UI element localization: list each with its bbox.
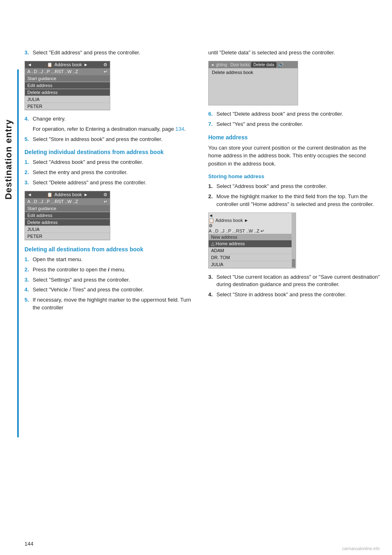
ui2-settings-icon: ⚙ — [103, 192, 107, 197]
s1-step-3-text: Select "Delete address" and press the co… — [33, 179, 147, 187]
section-4-heading: Storing home address — [208, 173, 380, 179]
ui2-item-3: Delete address — [25, 219, 110, 226]
s2-step-3: 3. Select "Settings" and press the contr… — [24, 276, 196, 284]
s1-step-1-text: Select "Address book" and press the cont… — [33, 159, 143, 166]
step-5-num: 5. — [24, 136, 30, 143]
s2-step-4-text: Select "Vehicle / Tires" and press the c… — [33, 286, 144, 294]
ui4-home-icon: △ — [211, 241, 214, 246]
sh-step-2-num: 2. — [208, 193, 214, 208]
home-para: You can store your current position or t… — [208, 144, 380, 168]
step-7-text: Select "Yes" and press the controller. — [216, 121, 303, 128]
ui2-item-2: Edit address — [25, 212, 110, 219]
ui4-settings-icon: ⚙ — [209, 223, 213, 228]
blue-accent-bar — [17, 69, 19, 437]
ui-screenshot-1: ◄ 📋 Address book ► ⚙ A ..D ..J ..P ...RS… — [24, 61, 110, 110]
ui1-item-5: PETER — [25, 103, 110, 110]
section-2-heading: Deleting all destinations from address b… — [24, 246, 196, 253]
ui2-title-bar: ◄ 📋 Address book ► ⚙ — [25, 191, 110, 198]
step-4-num: 4. — [24, 115, 30, 123]
s2-step-1: 1. Open the start menu. — [24, 256, 196, 264]
s1-step-2: 2. Select the entry and press the contro… — [24, 169, 196, 177]
ui1-settings-icon: ⚙ — [103, 62, 107, 67]
step-4-text: Change entry. — [33, 115, 66, 123]
ui1-item-4: JULIA — [25, 96, 110, 103]
watermark: carmanualonline.info — [342, 546, 380, 551]
ui3-tab-doorlocks: Door locks — [230, 63, 249, 67]
section-1-heading: Deleting individual destinations from ad… — [24, 149, 196, 155]
ui1-enter-icon: ↵ — [104, 69, 107, 74]
ui3-back-icon: ◄ — [210, 63, 214, 67]
s1-step-1: 1. Select "Address book" and press the c… — [24, 159, 196, 166]
ui4-enter-icon: ↵ — [261, 228, 264, 233]
ui4-nav-text: A ..D ..J ..P ...RST ..W ..Z — [209, 228, 259, 233]
ui2-nav-text: A ..D ..J ..P ...RST ..W ..Z — [27, 199, 78, 204]
step-6: 6. Select "Delete address book" and pres… — [208, 110, 380, 118]
ui4-title-bar: ◄ 📋 Address book ► ⚙ — [209, 213, 296, 228]
ui1-item-2: Edit address — [25, 82, 110, 89]
s1-step-2-text: Select the entry and press the controlle… — [33, 169, 128, 177]
s2-step-3-text: Select "Settings" and press the controll… — [33, 276, 130, 284]
ui3-sound-icon: 🔊 — [278, 62, 284, 67]
section-3-heading: Home address — [208, 134, 380, 141]
ui4-item-4: DR. TOM — [209, 254, 296, 261]
ui2-enter-icon: ↵ — [104, 199, 107, 204]
step-4: 4. Change entry. — [24, 115, 196, 123]
ui2-item-1: Start guidance — [25, 205, 110, 212]
ui-screenshot-4: ◄ 📋 Address book ► ⚙ A ..D ..J ..P ...RS… — [208, 213, 296, 269]
ui1-title-bar: ◄ 📋 Address book ► ⚙ — [25, 61, 110, 68]
step-7-num: 7. — [208, 121, 214, 128]
ui1-forward-icon: ► — [84, 62, 88, 67]
s2-step-1-num: 1. — [24, 256, 30, 264]
s2-step-5: 5. If necessary, move the highlight mark… — [24, 296, 196, 312]
sh-step-4-text: Select "Store in address book" and press… — [216, 291, 346, 299]
s2-step-2-text: Press the controller to open the i menu. — [33, 266, 126, 274]
scroll-thumb — [292, 259, 295, 267]
step-4-subtext: For operation, refer to Entering a desti… — [33, 125, 196, 133]
ui4-book-icon: 📋 — [209, 218, 214, 223]
ui2-nav-bar: A ..D ..J ..P ...RST ..W ..Z ↵ — [25, 198, 110, 205]
step-6-num: 6. — [208, 110, 214, 118]
sh-step-4-num: 4. — [208, 291, 214, 299]
ui2-forward-icon: ► — [84, 192, 88, 197]
sidebar-label: Destination entry — [0, 74, 17, 245]
scroll-bar — [292, 213, 296, 268]
s2-step-4: 4. Select "Vehicle / Tires" and press th… — [24, 286, 196, 294]
sh-step-2-text: Move the highlight marker to the third f… — [216, 193, 380, 208]
right-intro-text: until "Delete data" is selected and pres… — [208, 49, 380, 57]
s2-step-2-num: 2. — [24, 266, 30, 274]
ui2-back-icon: ◄ — [27, 192, 32, 197]
ui3-tab-lighting: ghting — [216, 63, 227, 67]
ui3-delete-item: Delete address book — [209, 68, 298, 76]
two-column-layout: 3. Select "Edit address" and press the c… — [24, 49, 380, 314]
sh-step-1-text: Select "Address book" and press the cont… — [216, 183, 327, 190]
ui4-item-5: JULIA — [209, 261, 296, 268]
ui1-book-icon: 📋 — [47, 62, 53, 67]
ui1-nav-bar: A ..D ..J ..P ...RST ..W ..Z ↵ — [25, 68, 110, 75]
sh-step-2: 2. Move the highlight marker to the thir… — [208, 193, 380, 208]
step-7: 7. Select "Yes" and press the controller… — [208, 121, 380, 128]
main-content: 3. Select "Edit address" and press the c… — [24, 49, 380, 530]
ui3-tab-deletedata: Delete data — [251, 62, 276, 67]
step-3: 3. Select "Edit address" and press the c… — [24, 49, 196, 57]
page-number: 144 — [24, 541, 33, 547]
ui1-title-center: 📋 Address book ► — [47, 62, 88, 67]
s1-step-1-num: 1. — [24, 159, 30, 166]
ui3-tab-bar: ◄ ghting Door locks Delete data 🔊 — [209, 61, 298, 68]
ui2-title-center: 📋 Address book ► — [47, 192, 88, 197]
step-3-text: Select "Edit address" and press the cont… — [33, 49, 140, 57]
sh-step-1-num: 1. — [208, 183, 214, 190]
s1-step-2-num: 2. — [24, 169, 30, 177]
s2-step-5-text: If necessary, move the highlight marker … — [33, 296, 196, 312]
ui4-forward-icon: ► — [244, 218, 249, 223]
ui4-item-3: ADAM — [209, 247, 296, 254]
ui4-nav-bar: A ..D ..J ..P ...RST ..W ..Z ↵ — [209, 228, 296, 234]
ui2-item-5: PETER — [25, 233, 110, 240]
ui3-empty-area — [209, 76, 298, 105]
ui1-nav-text: A ..D ..J ..P ...RST ..W ..Z — [27, 69, 78, 74]
ui2-book-icon: 📋 — [47, 192, 53, 197]
step-5: 5. Select "Store in address book" and pr… — [24, 136, 196, 143]
s1-step-3-num: 3. — [24, 179, 30, 187]
step-3-num: 3. — [24, 49, 30, 57]
ui-screenshot-3: ◄ ghting Door locks Delete data 🔊 Delete… — [208, 61, 298, 105]
s2-step-1-text: Open the start menu. — [33, 256, 82, 264]
